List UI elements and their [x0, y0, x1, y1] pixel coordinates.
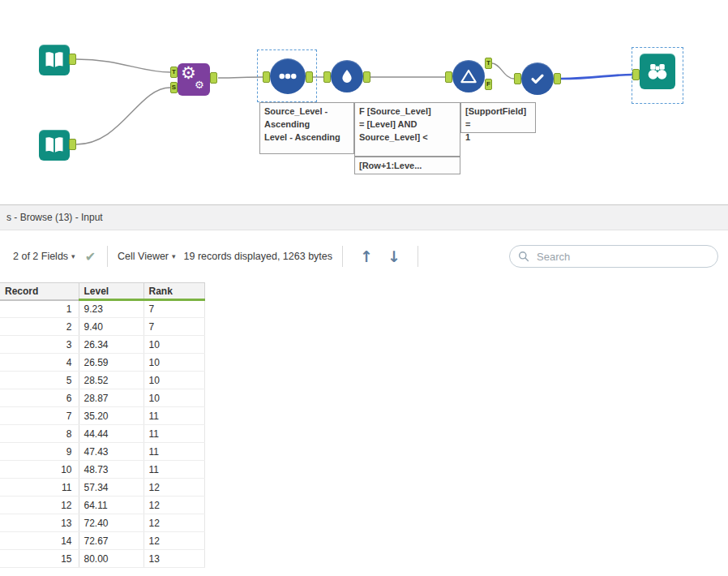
annotation-filter[interactable]: [SupportField] = 1: [460, 102, 536, 133]
column-header-record[interactable]: Record: [0, 283, 79, 300]
tool-macro-gears[interactable]: ⚙ ⚙: [178, 63, 210, 96]
cell-rank[interactable]: 10: [143, 354, 204, 372]
wire-input1-to-macro-t[interactable]: [76, 59, 170, 72]
tool-filter[interactable]: [452, 60, 485, 92]
tool-input-data-2[interactable]: [39, 130, 70, 161]
cell-record[interactable]: 12: [0, 496, 79, 514]
search-input[interactable]: [535, 250, 709, 264]
workflow-canvas[interactable]: ⚙ ⚙: [0, 0, 728, 204]
search-box[interactable]: [509, 245, 718, 268]
cell-level[interactable]: 26.59: [79, 354, 143, 372]
cell-rank[interactable]: 11: [143, 425, 204, 443]
table-row[interactable]: 628.8710: [0, 389, 204, 407]
apply-check-icon[interactable]: ✔: [85, 249, 96, 264]
table-row[interactable]: 735.2011: [0, 407, 204, 425]
output-anchor[interactable]: [69, 54, 76, 65]
cell-record[interactable]: 13: [0, 514, 79, 532]
cell-rank[interactable]: 11: [143, 407, 204, 425]
tool-browse[interactable]: [640, 54, 675, 89]
cell-record[interactable]: 6: [0, 389, 79, 407]
scroll-up-button[interactable]: ↑: [360, 247, 373, 265]
input-anchor[interactable]: [445, 71, 452, 83]
wire-macro-to-sort[interactable]: [218, 77, 263, 78]
cell-level[interactable]: 28.52: [79, 372, 143, 389]
cell-level[interactable]: 64.11: [79, 496, 143, 514]
cell-level[interactable]: 57.34: [79, 479, 143, 496]
cell-level[interactable]: 26.34: [79, 336, 143, 354]
scroll-down-button[interactable]: ↓: [388, 247, 400, 265]
cell-record[interactable]: 1: [0, 300, 79, 318]
wire-check-to-browse-selected[interactable]: [561, 75, 632, 79]
table-row[interactable]: 29.407: [0, 318, 204, 336]
cell-rank[interactable]: 12: [143, 479, 204, 496]
cell-level[interactable]: 35.20: [79, 407, 143, 425]
tool-sort[interactable]: [270, 58, 306, 94]
input-anchor[interactable]: [514, 73, 521, 84]
table-row[interactable]: 19.237: [0, 300, 204, 318]
cell-level[interactable]: 72.67: [79, 532, 143, 550]
output-anchor[interactable]: [554, 73, 561, 84]
cell-level[interactable]: 48.73: [79, 461, 143, 479]
input-anchor[interactable]: [632, 69, 640, 80]
cell-record[interactable]: 3: [0, 336, 79, 354]
cell-record[interactable]: 11: [0, 479, 79, 496]
cell-record[interactable]: 4: [0, 354, 79, 372]
column-header-rank[interactable]: Rank: [143, 283, 204, 300]
cell-rank[interactable]: 12: [143, 496, 204, 514]
table-row[interactable]: 1372.4012: [0, 514, 204, 532]
input-anchor[interactable]: [323, 71, 331, 83]
cell-record[interactable]: 5: [0, 372, 79, 389]
output-anchor[interactable]: [210, 72, 217, 84]
tool-formula[interactable]: [331, 60, 363, 92]
output-anchor-true[interactable]: T: [485, 58, 492, 69]
table-row[interactable]: 947.4311: [0, 443, 204, 461]
cell-record[interactable]: 14: [0, 532, 79, 550]
cell-record[interactable]: 8: [0, 425, 79, 443]
cell-rank[interactable]: 10: [143, 336, 204, 354]
table-row[interactable]: 1264.1112: [0, 496, 204, 514]
cell-record[interactable]: 9: [0, 443, 79, 461]
cell-rank[interactable]: 7: [143, 300, 204, 318]
input-anchor-t[interactable]: T: [170, 67, 178, 78]
cell-level[interactable]: 72.40: [79, 514, 143, 532]
table-row[interactable]: 426.5910: [0, 354, 204, 372]
cell-rank[interactable]: 11: [143, 443, 204, 461]
cell-rank[interactable]: 12: [143, 532, 204, 550]
wire-filter-t-to-check[interactable]: [492, 63, 514, 79]
cell-rank[interactable]: 13: [143, 550, 204, 568]
fields-dropdown[interactable]: 2 of 2 Fields ▾: [13, 251, 75, 262]
table-row[interactable]: 528.5210: [0, 372, 204, 389]
cell-level[interactable]: 47.43: [79, 443, 143, 461]
cell-rank[interactable]: 7: [143, 318, 204, 336]
output-anchor[interactable]: [363, 71, 370, 83]
output-anchor[interactable]: [69, 139, 76, 150]
cell-record[interactable]: 10: [0, 461, 79, 479]
cell-viewer-dropdown[interactable]: Cell Viewer ▾: [118, 251, 176, 262]
cell-rank[interactable]: 12: [143, 514, 204, 532]
tool-check[interactable]: [521, 62, 554, 95]
cell-record[interactable]: 7: [0, 407, 79, 425]
output-anchor[interactable]: [306, 71, 313, 83]
cell-rank[interactable]: 11: [143, 461, 204, 479]
table-row[interactable]: 326.3410: [0, 336, 204, 354]
annotation-formula[interactable]: F [Source_Level] = [Level] AND Source_Le…: [354, 102, 460, 157]
annotation-sort[interactable]: Source_Level - Ascending Level - Ascendi…: [259, 102, 354, 154]
cell-level[interactable]: 44.44: [79, 425, 143, 443]
table-row[interactable]: 1048.7311: [0, 461, 204, 479]
cell-level[interactable]: 9.23: [79, 300, 143, 318]
cell-rank[interactable]: 10: [143, 389, 204, 407]
table-row[interactable]: 1157.3412: [0, 479, 204, 496]
annotation-formula-continued[interactable]: [Row+1:Leve...: [354, 157, 460, 174]
cell-level[interactable]: 28.87: [79, 389, 143, 407]
table-row[interactable]: 1472.6712: [0, 532, 204, 550]
cell-rank[interactable]: 10: [143, 372, 204, 389]
input-anchor[interactable]: [263, 71, 270, 83]
column-header-level[interactable]: Level: [79, 283, 143, 300]
wire-input2-to-macro-s[interactable]: [76, 88, 170, 144]
cell-level[interactable]: 9.40: [79, 318, 143, 336]
cell-level[interactable]: 80.00: [79, 550, 143, 568]
output-anchor-false[interactable]: F: [485, 79, 492, 90]
cell-record[interactable]: 15: [0, 550, 79, 568]
tool-input-data-1[interactable]: [39, 45, 70, 75]
table-row[interactable]: 844.4411: [0, 425, 204, 443]
